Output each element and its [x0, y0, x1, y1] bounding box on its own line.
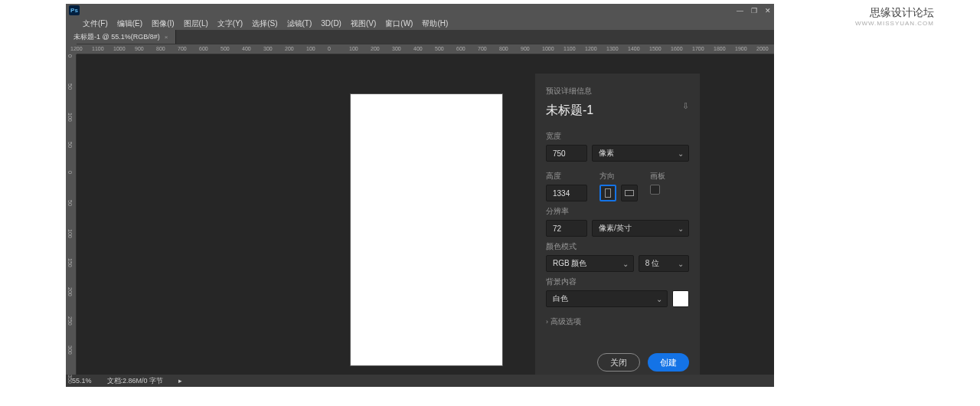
menu-filter[interactable]: 滤镜(T) [287, 18, 312, 29]
ruler-tick: 50 [67, 200, 73, 206]
close-button[interactable]: 关闭 [597, 353, 640, 372]
titlebar: Ps — ❐ ✕ [66, 4, 774, 17]
resolution-label: 分辨率 [546, 206, 689, 217]
canvas-area[interactable]: 预设详细信息 未标题-1 ⇩ 宽度 像素 高度 方向 [77, 54, 774, 375]
menu-edit[interactable]: 编辑(E) [117, 18, 142, 29]
ruler-tick: 900 [135, 46, 144, 51]
ruler-tick: 600 [199, 46, 208, 51]
ruler-tick: 100 [67, 113, 73, 122]
menu-type[interactable]: 文字(Y) [217, 18, 243, 29]
ruler-tick: 200 [285, 46, 294, 51]
ruler-tick: 700 [178, 46, 187, 51]
window-controls: — ❐ ✕ [737, 7, 771, 15]
ruler-tick: 700 [478, 46, 487, 51]
watermark-url: WWW.MISSYUAN.COM [855, 20, 934, 27]
tab-label: 未标题-1 @ 55.1%(RGB/8#) [74, 32, 160, 42]
ruler-tick: 50 [67, 142, 73, 148]
ruler-tick: 150 [67, 258, 73, 267]
ruler-tick: 300 [392, 46, 401, 51]
background-label: 背景内容 [546, 277, 689, 287]
ruler-tick: 100 [67, 229, 73, 238]
ruler-tick: 1200 [70, 46, 83, 51]
ruler-tick: 1800 [714, 46, 726, 51]
menu-help[interactable]: 帮助(H) [422, 18, 448, 29]
color-depth-select[interactable]: 8 位 [639, 255, 689, 272]
height-input[interactable] [546, 185, 587, 201]
ruler-tick: 350 [67, 375, 73, 384]
ruler-tick: 200 [371, 46, 380, 51]
resolution-input[interactable] [546, 220, 587, 237]
ruler-tick: 500 [220, 46, 230, 51]
width-label: 宽度 [546, 131, 689, 142]
ruler-tick: 50 [67, 83, 73, 90]
ruler-tick: 1500 [649, 46, 662, 51]
width-unit-select[interactable]: 像素 [592, 145, 689, 162]
ruler-tick: 250 [67, 316, 73, 326]
color-mode-label: 颜色模式 [546, 241, 689, 252]
menu-3d[interactable]: 3D(D) [321, 19, 341, 28]
document-tabbar: 未标题-1 @ 55.1%(RGB/8#) × [66, 30, 774, 44]
ruler-tick: 400 [242, 46, 251, 51]
menu-layer[interactable]: 图层(L) [184, 18, 208, 29]
app-window: Ps — ❐ ✕ 文件(F) 编辑(E) 图像(I) 图层(L) 文字(Y) 选… [66, 4, 774, 387]
app-logo: Ps [69, 5, 80, 15]
ruler-tick: 2000 [756, 46, 769, 51]
ruler-tick: 300 [263, 46, 273, 51]
orientation-portrait[interactable] [599, 185, 616, 201]
canvas[interactable] [351, 94, 502, 365]
background-select[interactable]: 白色 [546, 290, 668, 307]
ruler-tick: 900 [521, 46, 530, 51]
ruler-vertical: 05010050050100150200250300350 [66, 54, 77, 375]
ruler-tick: 400 [413, 46, 423, 51]
ruler-horizontal: 1200110010009008007006005004003002001000… [77, 44, 774, 54]
ruler-tick: 1200 [585, 46, 597, 51]
resolution-unit-select[interactable]: 像素/英寸 [592, 220, 689, 237]
save-preset-icon[interactable]: ⇩ [682, 101, 689, 111]
ruler-tick: 100 [349, 46, 358, 51]
ruler-tick: 1300 [606, 46, 619, 51]
workspace: 05010050050100150200250300350 预设详细信息 未标题… [66, 54, 774, 375]
restore-button[interactable]: ❐ [751, 7, 757, 15]
ruler-tick: 1000 [542, 46, 554, 51]
ruler-tick: 0 [67, 54, 73, 57]
ruler-tick: 100 [306, 46, 315, 51]
ruler-tick: 500 [435, 46, 444, 51]
color-mode-select[interactable]: RGB 颜色 [546, 255, 634, 272]
background-swatch[interactable] [672, 290, 689, 307]
ruler-tick: 0 [67, 171, 73, 174]
ruler-tick: 1600 [671, 46, 683, 51]
artboard-label: 画板 [650, 171, 665, 182]
ruler-tick: 1100 [92, 46, 104, 51]
ruler-tick: 800 [499, 46, 508, 51]
statusbar: 55.1% 文档:2.86M/0 字节 ▸ [66, 375, 774, 387]
new-document-dialog: 预设详细信息 未标题-1 ⇩ 宽度 像素 高度 方向 [535, 74, 700, 375]
create-button[interactable]: 创建 [648, 353, 689, 372]
zoom-level[interactable]: 55.1% [72, 377, 92, 385]
ruler-tick: 200 [67, 287, 73, 296]
advanced-options-toggle[interactable]: 高级选项 [546, 316, 689, 327]
artboard-checkbox[interactable] [650, 185, 660, 195]
orientation-label: 方向 [599, 171, 638, 182]
document-tab[interactable]: 未标题-1 @ 55.1%(RGB/8#) × [66, 30, 176, 44]
ruler-tick: 1400 [628, 46, 640, 51]
menu-file[interactable]: 文件(F) [83, 18, 108, 29]
ruler-tick: 600 [456, 46, 466, 51]
doc-info: 文档:2.86M/0 字节 [107, 376, 164, 386]
document-name[interactable]: 未标题-1 [546, 103, 689, 119]
height-label: 高度 [546, 171, 587, 182]
ruler-tick: 800 [156, 46, 165, 51]
menu-select[interactable]: 选择(S) [252, 18, 277, 29]
menu-view[interactable]: 视图(V) [351, 18, 376, 29]
close-button[interactable]: ✕ [765, 7, 771, 15]
menu-window[interactable]: 窗口(W) [385, 18, 413, 29]
tab-close-icon[interactable]: × [165, 34, 168, 41]
width-input[interactable] [546, 145, 587, 162]
statusbar-menu-icon[interactable]: ▸ [178, 377, 182, 385]
ruler-tick: 0 [328, 46, 331, 51]
ruler-tick: 300 [67, 345, 73, 355]
minimize-button[interactable]: — [737, 7, 743, 15]
menu-image[interactable]: 图像(I) [152, 18, 174, 29]
ruler-tick: 1000 [113, 46, 126, 51]
orientation-landscape[interactable] [621, 185, 638, 201]
menubar: 文件(F) 编辑(E) 图像(I) 图层(L) 文字(Y) 选择(S) 滤镜(T… [66, 17, 774, 30]
